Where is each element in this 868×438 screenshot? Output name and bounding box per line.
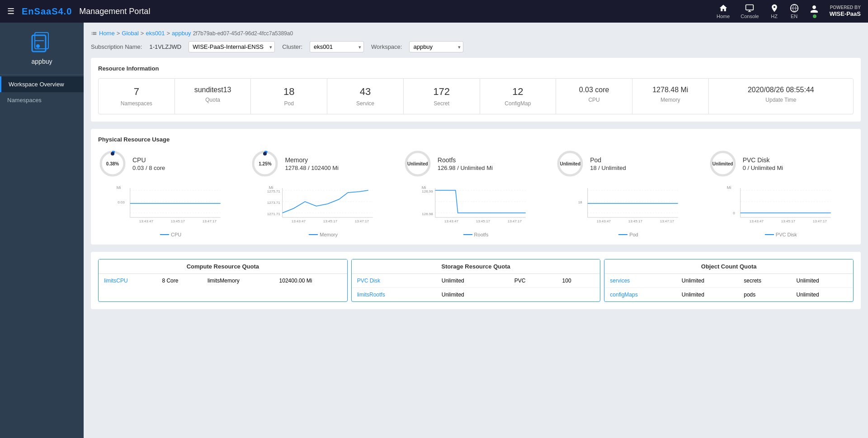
storage-quota-section: Storage Resource Quota PVC Disk Unlimite… [351,259,601,302]
main-content: Home > Global > eks001 > appbuy 2f7b79ab… [84,23,868,438]
table-row: PVC Disk Unlimited PVC 100 [352,274,600,288]
quota-card: Compute Resource Quota limitsCPU 8 Core … [91,252,861,309]
breadcrumb-global[interactable]: Global [122,30,139,37]
info-configmap: 12 ConfigMap [480,79,557,114]
limits-rootfs-label: limitsRootfs [352,288,436,302]
cpu-label: CPU [560,97,628,103]
hamburger-menu[interactable]: ☰ [7,6,14,16]
breadcrumb-home[interactable]: Home [99,30,115,37]
svg-text:13:45:17: 13:45:17 [323,219,338,223]
configmaps-value: Unlimited [676,288,738,302]
pru-pvc-header: Unlimited PVC Disk 0 / Unlimited Mi [708,149,854,178]
lang-label: EN [791,14,797,19]
sidebar-nav: Workspace Overview Namespaces [0,76,84,108]
svg-point-5 [36,44,40,48]
memory-legend-line [309,234,318,235]
table-row: limitsCPU 8 Core limitsMemory 102400.00 … [99,274,347,287]
limits-cpu-label: limitsCPU [99,274,156,287]
quota-grid: Compute Resource Quota limitsCPU 8 Core … [98,259,854,302]
limits-rootfs-value: Unlimited [436,288,509,302]
sidebar: appbuy Workspace Overview Namespaces [0,23,84,438]
svg-text:13:43:47: 13:43:47 [139,219,154,223]
lang-nav[interactable]: EN [790,4,799,19]
svg-text:13:43:47: 13:43:47 [292,219,306,223]
secret-label: Secret [407,100,476,107]
table-row: services Unlimited secrets Unlimited [604,274,853,288]
svg-text:126.98: 126.98 [422,212,433,216]
configmap-label: ConfigMap [484,100,552,107]
svg-text:13:45:17: 13:45:17 [476,219,491,223]
compute-quota-table: limitsCPU 8 Core limitsMemory 102400.00 … [99,274,347,287]
cluster-select[interactable]: eks001 [310,41,364,52]
pod-label: Pod [255,100,323,107]
subscription-select[interactable]: WISE-PaaS-Internal-ENSS [189,41,275,52]
svg-text:13:45:17: 13:45:17 [171,219,185,223]
pvc-legend: PVC Disk [708,232,854,237]
subscription-id: 1-1VLZJWD [149,43,181,50]
secrets-value: Unlimited [791,274,853,288]
cpu-metric-name: CPU [132,156,165,164]
pvc-disk-label: PVC Disk [352,274,436,288]
cpu-chart: Mi 0.03 13:43:47 13:45:17 13:47:17 [98,184,243,229]
cpu-legend: CPU [98,232,243,237]
pods-label: pods [738,288,791,302]
storage-quota-table: PVC Disk Unlimited PVC 100 limitsRootfs … [352,274,600,301]
pvc-gauge-pct: Unlimited [712,161,733,166]
pru-memory-info: Memory 1278.48 / 102400 Mi [285,156,339,171]
pvc-legend-line [765,234,774,235]
cpu-value: 0.03 core [560,86,628,94]
pru-grid: 0.38% CPU 0.03 / 8 core Mi 0.03 [98,149,854,237]
svg-text:126.99: 126.99 [422,189,433,193]
memory-chart: Mi 1275.71 1273.71 1271.71 13:43:47 13:4… [250,184,396,229]
info-cpu: 0.03 core CPU [556,79,632,114]
pru-pvc-gauge: Unlimited [708,149,737,178]
svg-text:13:47:17: 13:47:17 [508,219,522,223]
svg-text:13:45:17: 13:45:17 [781,219,795,223]
workspace-label: Workspace: [371,43,402,50]
pvc-value: 100 [557,274,600,288]
console-label: Console [741,14,759,19]
svg-text:13:47:17: 13:47:17 [203,219,217,223]
subscription-select-wrapper: WISE-PaaS-Internal-ENSS [189,41,275,52]
object-quota-title: Object Count Quota [604,259,853,274]
pvc-chart: Mi 0 13:43:47 13:45:17 13:47:17 [708,184,854,229]
physical-resource-title: Physical Resource Usage [98,136,854,143]
user-nav[interactable] [810,5,819,18]
info-memory: 1278.48 Mi Memory [632,79,709,114]
pvc-label: PVC [509,274,557,288]
home-label: Home [717,14,730,19]
pvc-disk-value: Unlimited [436,274,509,288]
pru-cpu-gauge: 0.38% [98,149,127,178]
svg-text:13:47:17: 13:47:17 [660,219,675,223]
breadcrumb-cluster[interactable]: eks001 [146,30,165,37]
rootfs-metric-name: Rootfs [438,156,493,164]
namespaces-value: 7 [102,86,171,98]
memory-value: 1278.48 Mi [636,86,705,94]
app-layout: appbuy Workspace Overview Namespaces Hom… [0,23,868,438]
table-row: limitsRootfs Unlimited [352,288,600,302]
breadcrumb-hash: 2f7b79ab-ed07-45d7-96d2-4fcc7a5389a0 [193,30,293,37]
services-value: Unlimited [676,274,738,288]
hz-nav[interactable]: HZ [770,4,779,19]
powered-by: POWERED BY WISE-PaaS [830,5,861,18]
breadcrumb-workspace[interactable]: appbuy [172,30,191,37]
pvc-metric-name: PVC Disk [743,156,783,164]
sidebar-item-namespaces[interactable]: Namespaces [0,92,84,108]
sidebar-item-workspace-overview[interactable]: Workspace Overview [0,76,84,92]
brand-logo: EnSaaS4.0 [22,6,72,17]
home-nav[interactable]: Home [717,4,730,19]
workspace-select-wrapper: appbuy [409,41,463,52]
memory-label: Memory [636,97,705,103]
pru-rootfs: Unlimited Rootfs 126.98 / Unlimited Mi M… [403,149,548,237]
storage-quota-title: Storage Resource Quota [352,259,600,274]
workspace-select[interactable]: appbuy [409,41,463,52]
memory-metric-name: Memory [285,156,339,164]
limits-cpu-value: 8 Core [156,274,202,287]
pru-cpu-info: CPU 0.03 / 8 core [132,156,165,171]
svg-text:1273.71: 1273.71 [267,201,280,205]
portal-title: Management Portal [79,7,150,16]
pru-pod-info: Pod 18 / Unlimited [590,156,626,171]
cluster-label: Cluster: [282,43,302,50]
console-nav[interactable]: Console [741,4,759,19]
svg-text:18: 18 [578,200,582,204]
